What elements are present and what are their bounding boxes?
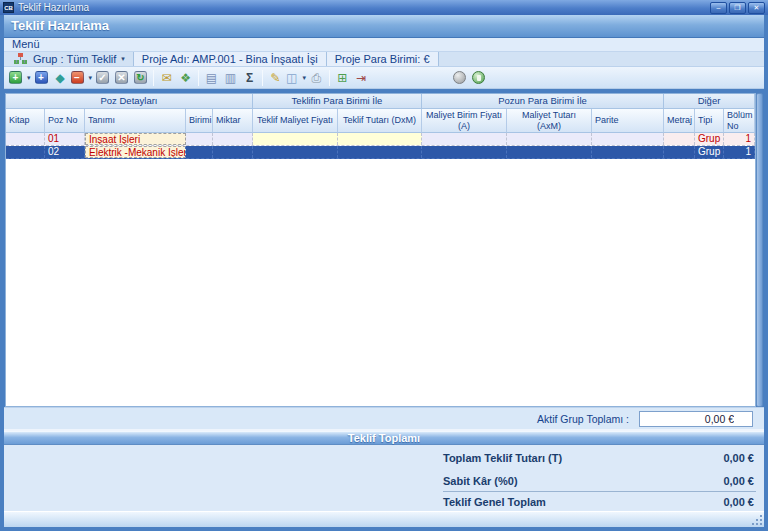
fixed-profit-value: 0,00 € xyxy=(723,475,754,487)
cell-maliyet-tutari xyxy=(507,146,592,158)
cross-icon: ✕ xyxy=(115,71,128,84)
exit-button[interactable]: ⇥ xyxy=(353,69,370,87)
add-icon: + xyxy=(9,71,22,84)
exit-door-icon: ⇥ xyxy=(356,71,366,85)
edit-metraj-button[interactable]: ✎ xyxy=(267,69,284,87)
cell-metraj xyxy=(664,146,695,158)
totals-header: Teklif Toplamı xyxy=(4,431,764,445)
cancel-button[interactable]: ✕ xyxy=(113,69,130,87)
info-bar: Grup : Tüm Teklif ▾ Proje Adı: AMP.001 -… xyxy=(4,52,764,67)
chevron-down-icon: ▾ xyxy=(121,55,125,63)
assign-button[interactable]: ❖ xyxy=(177,69,194,87)
total-offer-label: Toplam Teklif Tutarı (T) xyxy=(443,452,562,464)
refresh-button[interactable]: ↻ xyxy=(132,69,149,87)
sigma-icon: Σ xyxy=(246,71,253,85)
add-child-icon: + xyxy=(35,71,48,84)
cell-poz-no: 02 xyxy=(45,146,85,158)
cell-parite xyxy=(592,133,664,145)
table-row[interactable]: 01 İnşaat İşleri Grup 1 xyxy=(6,133,755,146)
grand-total-label: Teklif Genel Toplam xyxy=(443,496,546,508)
printer-icon: ⎙ xyxy=(312,71,322,85)
group-tree-icon xyxy=(14,53,27,65)
cell-tanimi: İnşaat İşleri xyxy=(85,133,186,145)
col-header-metraj[interactable]: Metraj xyxy=(664,109,695,133)
eraser-button[interactable]: ◆ xyxy=(52,69,69,87)
menu-item-menu[interactable]: Menü xyxy=(4,38,48,51)
tree-view-button[interactable]: ▤ xyxy=(203,69,220,87)
cell-bolum-no: 1 xyxy=(724,146,755,158)
grid-view-button[interactable]: ⊞ xyxy=(334,69,351,87)
eraser-icon: ◆ xyxy=(55,71,64,85)
cell-miktar xyxy=(213,146,253,158)
add-button[interactable]: + ▾ xyxy=(9,69,31,87)
col-header-maliyet-birim-fiyati[interactable]: Maliyet Birim Fiyatı (A) xyxy=(422,109,507,133)
col-header-tipi[interactable]: Tipi xyxy=(695,109,724,133)
print-button[interactable]: ⎙ xyxy=(308,69,325,87)
toolbar-separator xyxy=(153,70,154,86)
folder-export-icon: ◫ xyxy=(286,71,297,85)
col-header-teklif-tutari[interactable]: Teklif Tutarı (DxM) xyxy=(338,109,422,133)
cell-birimi xyxy=(186,133,213,145)
documents-button[interactable]: ✉ xyxy=(158,69,175,87)
grand-total-value: 0,00 € xyxy=(723,496,754,508)
nav-next-button[interactable] xyxy=(472,71,485,84)
grid-icon: ⊞ xyxy=(337,71,347,85)
cell-parite xyxy=(592,146,664,158)
totals-divider xyxy=(443,491,756,492)
fixed-profit-label: Sabit Kâr (%0) xyxy=(443,475,518,487)
nav-previous-button[interactable] xyxy=(453,71,466,84)
maximize-button[interactable]: ❐ xyxy=(729,2,746,14)
cell-metraj xyxy=(664,133,695,145)
cell-miktar xyxy=(213,133,253,145)
main-toolbar: + ▾ + ◆ − ▾ ✓ ✕ ↻ ✉ ❖ ▤ xyxy=(4,67,764,89)
tree-icon: ▤ xyxy=(206,71,217,85)
assign-icon: ❖ xyxy=(180,71,191,85)
col-header-teklif-maliyet-fiyati[interactable]: Teklif Maliyet Fiyatı xyxy=(253,109,338,133)
col-header-birimi[interactable]: Birimi xyxy=(186,109,213,133)
cell-tanimi: Elektrik -Mekanik İşleri xyxy=(85,146,186,158)
col-header-maliyet-tutari[interactable]: Maliyet Tutarı (AxM) xyxy=(507,109,592,133)
app-logo-icon: CB xyxy=(3,2,14,13)
positions-grid: Poz Detayları Teklifin Para Birimi İle P… xyxy=(5,93,756,407)
cell-tipi: Grup xyxy=(695,146,724,158)
group-selector[interactable]: Grup : Tüm Teklif ▾ xyxy=(4,52,134,66)
active-group-total-label: Aktif Grup Toplamı : xyxy=(537,413,629,425)
chevron-down-icon: ▾ xyxy=(302,74,306,82)
outline-icon: ▥ xyxy=(225,71,236,85)
project-currency-label: Proje Para Birimi: € xyxy=(335,53,430,65)
vertical-scrollbar[interactable] xyxy=(756,93,763,407)
table-row-selected[interactable]: 02 Elektrik -Mekanik İşleri Grup 1 xyxy=(6,146,755,159)
resize-grip[interactable] xyxy=(752,515,762,525)
col-header-tanimi[interactable]: Tanımı xyxy=(85,109,186,133)
active-group-total-input[interactable] xyxy=(639,411,753,427)
project-name-label: Proje Adı: AMP.001 - Bina İnşaatı İşi xyxy=(142,53,318,65)
cell-kitap xyxy=(6,133,45,145)
col-header-miktar[interactable]: Miktar xyxy=(213,109,253,133)
check-icon: ✓ xyxy=(96,71,109,84)
cell-teklif-tutari xyxy=(338,146,422,158)
minimize-button[interactable]: – xyxy=(710,2,727,14)
window-controls: – ❐ ✕ xyxy=(710,2,765,14)
cell-maliyet-tutari xyxy=(507,133,592,145)
cell-maliyet-birim-fiyati xyxy=(422,133,507,145)
cell-maliyet-birim-fiyati xyxy=(422,146,507,158)
delete-button[interactable]: − ▾ xyxy=(71,69,93,87)
refresh-icon: ↻ xyxy=(134,71,147,84)
close-button[interactable]: ✕ xyxy=(748,2,765,14)
col-header-kitap[interactable]: Kitap xyxy=(6,109,45,133)
apply-button[interactable]: ✓ xyxy=(94,69,111,87)
export-button[interactable]: ◫ ▾ xyxy=(286,69,306,87)
sum-button[interactable]: Σ xyxy=(241,69,258,87)
add-child-button[interactable]: + xyxy=(33,69,50,87)
toolbar-separator xyxy=(262,70,263,86)
col-header-bolum-no[interactable]: Bölüm No xyxy=(724,109,755,133)
grid-footer-bar: Aktif Grup Toplamı : xyxy=(4,407,764,429)
grid-band-row: Poz Detayları Teklifin Para Birimi İle P… xyxy=(6,94,755,109)
os-titlebar[interactable]: CB Teklif Hazırlama – ❐ ✕ xyxy=(0,0,768,15)
band-diger: Diğer xyxy=(664,94,755,109)
col-header-parite[interactable]: Parite xyxy=(592,109,664,133)
project-name: Proje Adı: AMP.001 - Bina İnşaatı İşi xyxy=(134,52,327,66)
col-header-poz-no[interactable]: Poz No xyxy=(45,109,85,133)
grid-header-row: Kitap Poz No Tanımı Birimi Miktar Teklif… xyxy=(6,109,755,133)
outline-view-button[interactable]: ▥ xyxy=(222,69,239,87)
